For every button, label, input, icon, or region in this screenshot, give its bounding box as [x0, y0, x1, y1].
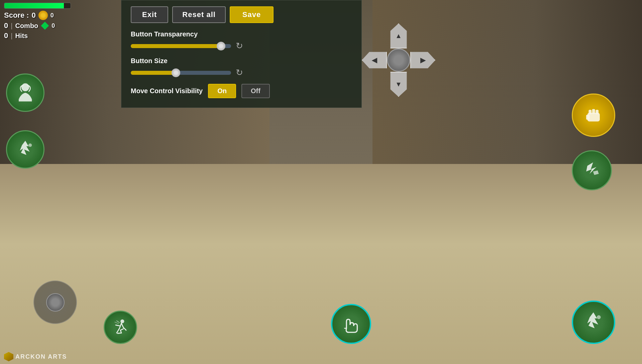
size-reset-icon[interactable]: ↻ [236, 67, 243, 78]
dpad-left[interactable]: ◀ [362, 48, 387, 72]
toggle-on-button[interactable]: On [208, 84, 236, 98]
dpad-right-arrow: ▶ [420, 56, 425, 64]
transparency-setting: Button Transparency ↻ [131, 30, 352, 51]
grab-button[interactable] [331, 304, 371, 344]
health-bar-fill [4, 3, 64, 8]
svg-rect-4 [592, 109, 595, 114]
hits-label: Hits [15, 32, 28, 40]
hud: Score : 0 0 0 | Combo 0 0 | Hits [0, 0, 75, 44]
joystick-inner [46, 293, 65, 312]
grab-icon [340, 313, 362, 335]
combo-divider: | [11, 22, 12, 30]
size-slider-container: ↻ [131, 67, 352, 78]
dpad-down[interactable]: ▼ [387, 72, 410, 97]
transparency-reset-icon[interactable]: ↻ [236, 41, 243, 51]
exit-button[interactable]: Exit [131, 6, 168, 23]
punch-icon [581, 103, 606, 128]
run-button[interactable] [104, 311, 137, 344]
combo-label: Combo [15, 22, 38, 30]
run-icon [111, 318, 130, 337]
muscle-button[interactable] [6, 73, 44, 112]
dpad-body: ▲ ▼ ◀ ▶ [362, 23, 435, 97]
reset-button[interactable]: Reset all [172, 6, 226, 23]
svg-point-9 [597, 316, 601, 320]
hits-value: 0 [4, 31, 8, 40]
svg-point-8 [120, 319, 124, 323]
floor [0, 164, 642, 364]
punch-button[interactable] [572, 94, 615, 137]
dpad-down-arrow: ▼ [395, 80, 402, 88]
transparency-slider-container: ↻ [131, 41, 352, 51]
size-setting: Button Size ↻ [131, 57, 352, 78]
svg-rect-5 [596, 110, 599, 114]
transparency-track[interactable] [131, 44, 231, 48]
gem-icon [41, 22, 49, 30]
svg-point-1 [28, 143, 32, 147]
dpad-left-arrow: ◀ [372, 56, 377, 64]
health-bar [4, 3, 71, 9]
size-label: Button Size [131, 57, 352, 65]
toggle-off-button[interactable]: Off [241, 84, 270, 98]
coin-count: 0 [50, 12, 54, 19]
panel-buttons: Exit Reset all Save [131, 6, 352, 23]
settings-panel: Exit Reset all Save Button Transparency … [121, 0, 362, 108]
gem-count: 0 [51, 22, 55, 29]
brand-text: ARCKON ARTS [15, 353, 67, 360]
kick-button[interactable] [6, 130, 44, 169]
dpad-up[interactable]: ▲ [387, 23, 410, 48]
visibility-row: Move Control Visibility On Off [131, 84, 352, 98]
dpad-center [387, 48, 410, 72]
svg-rect-3 [588, 110, 592, 114]
svg-rect-6 [586, 115, 590, 120]
combo-value: 0 [4, 21, 8, 30]
muscle-icon [14, 82, 36, 104]
dpad-up-arrow: ▲ [395, 32, 402, 40]
visibility-label: Move Control Visibility [131, 87, 203, 95]
kick2-button[interactable] [572, 301, 615, 344]
kick-icon [14, 139, 36, 160]
dpad-right[interactable]: ▶ [410, 48, 435, 72]
speed-button[interactable] [572, 150, 612, 190]
transparency-label: Button Transparency [131, 30, 352, 38]
brand-logo [4, 352, 13, 361]
dpad[interactable]: ▲ ▼ ◀ ▶ [362, 23, 435, 97]
score-label: Score : [4, 11, 29, 20]
joystick[interactable] [33, 281, 77, 324]
speed-icon [580, 159, 603, 182]
score-value: 0 [32, 11, 36, 20]
size-track[interactable] [131, 71, 231, 75]
size-thumb[interactable] [172, 68, 180, 77]
save-button[interactable]: Save [230, 6, 274, 23]
joystick-outer[interactable] [33, 281, 77, 324]
kick2-icon [581, 310, 606, 334]
branding: ARCKON ARTS [4, 352, 67, 361]
transparency-thumb[interactable] [217, 42, 225, 50]
svg-point-0 [21, 83, 29, 91]
coin-icon [38, 11, 48, 20]
hits-divider: | [11, 32, 12, 40]
